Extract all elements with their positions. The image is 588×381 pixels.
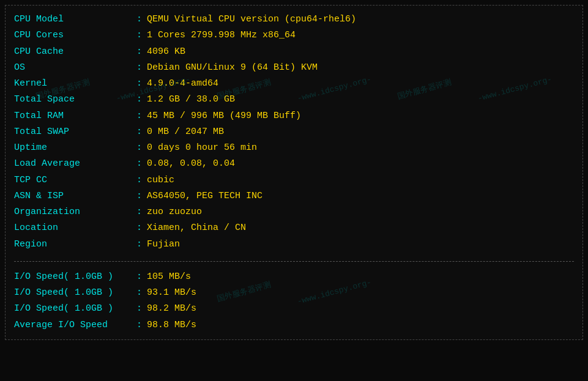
row-label: ASN & ISP (14, 188, 136, 204)
info-row: OS: Debian GNU/Linux 9 (64 Bit) KVM (14, 60, 574, 76)
info-row: Total SWAP: 0 MB / 2047 MB (14, 124, 574, 140)
terminal-container: CPU Model: QEMU Virtual CPU version (cpu… (5, 5, 583, 340)
row-label: Uptime (14, 140, 136, 156)
io-row: I/O Speed( 1.0GB ): 93.1 MB/s (14, 285, 574, 301)
info-row: TCP CC: cubic (14, 172, 574, 188)
row-label: Location (14, 220, 136, 236)
row-colon: : (136, 92, 142, 108)
row-value: Debian GNU/Linux 9 (64 Bit) KVM (147, 60, 318, 76)
row-value: cubic (147, 172, 174, 188)
row-label: Total SWAP (14, 124, 136, 140)
io-row-colon: : (136, 269, 142, 285)
row-colon: : (136, 188, 142, 204)
io-row-label: I/O Speed( 1.0GB ) (14, 269, 136, 285)
io-row-label: I/O Speed( 1.0GB ) (14, 285, 136, 301)
io-row-value: 105 MB/s (147, 269, 191, 285)
row-value: 0 days 0 hour 56 min (147, 140, 257, 156)
info-row: CPU Model: QEMU Virtual CPU version (cpu… (14, 12, 574, 28)
info-row: Load Average: 0.08, 0.08, 0.04 (14, 156, 574, 172)
section-divider (14, 261, 574, 262)
row-value: 4.9.0-4-amd64 (147, 76, 218, 92)
row-colon: : (136, 124, 142, 140)
row-label: OS (14, 60, 136, 76)
row-value: 45 MB / 996 MB (499 MB Buff) (147, 108, 301, 124)
info-row: Total RAM: 45 MB / 996 MB (499 MB Buff) (14, 108, 574, 124)
info-row: CPU Cache: 4096 KB (14, 44, 574, 60)
row-colon: : (136, 60, 142, 76)
row-colon: : (136, 204, 142, 220)
io-row-colon: : (136, 301, 142, 317)
row-label: Region (14, 237, 136, 253)
row-value: 0 MB / 2047 MB (147, 124, 224, 140)
io-row-colon: : (136, 285, 142, 301)
row-label: CPU Cache (14, 44, 136, 60)
row-label: Organization (14, 204, 136, 220)
row-label: CPU Cores (14, 28, 136, 43)
io-row-colon: : (136, 317, 142, 333)
info-row: ASN & ISP: AS64050, PEG TECH INC (14, 188, 574, 204)
row-colon: : (136, 156, 142, 172)
info-row: Organization: zuo zuozuo (14, 204, 574, 220)
row-colon: : (136, 220, 142, 236)
info-section: CPU Model: QEMU Virtual CPU version (cpu… (14, 12, 574, 256)
row-label: TCP CC (14, 172, 136, 188)
row-value: 4096 KB (147, 44, 185, 60)
row-label: Total RAM (14, 108, 136, 124)
row-label: Load Average (14, 156, 136, 172)
row-label: CPU Model (14, 12, 136, 28)
row-colon: : (136, 237, 142, 253)
info-row: Region: Fujian (14, 237, 574, 253)
row-value: Fujian (147, 237, 180, 253)
io-row: Average I/O Speed: 98.8 MB/s (14, 317, 574, 333)
io-row-value: 98.2 MB/s (147, 301, 196, 317)
io-row-label: Average I/O Speed (14, 317, 136, 333)
row-colon: : (136, 172, 142, 188)
row-label: Total Space (14, 92, 136, 108)
info-row: CPU Cores: 1 Cores 2799.998 MHz x86_64 (14, 28, 574, 43)
row-colon: : (136, 140, 142, 156)
row-colon: : (136, 76, 142, 92)
row-value: QEMU Virtual CPU version (cpu64-rhel6) (147, 12, 356, 28)
row-label: Kernel (14, 76, 136, 92)
info-row: Total Space: 1.2 GB / 38.0 GB (14, 92, 574, 108)
io-row-value: 98.8 MB/s (147, 317, 196, 333)
io-row: I/O Speed( 1.0GB ): 105 MB/s (14, 269, 574, 285)
info-row: Location: Xiamen, China / CN (14, 220, 574, 236)
io-row-value: 93.1 MB/s (147, 285, 196, 301)
row-colon: : (136, 108, 142, 124)
io-row-label: I/O Speed( 1.0GB ) (14, 301, 136, 317)
info-row: Uptime: 0 days 0 hour 56 min (14, 140, 574, 156)
row-value: 1.2 GB / 38.0 GB (147, 92, 235, 108)
info-row: Kernel: 4.9.0-4-amd64 (14, 76, 574, 92)
row-value: 1 Cores 2799.998 MHz x86_64 (147, 28, 296, 43)
row-value: AS64050, PEG TECH INC (147, 188, 262, 204)
row-value: 0.08, 0.08, 0.04 (147, 156, 235, 172)
io-row: I/O Speed( 1.0GB ): 98.2 MB/s (14, 301, 574, 317)
io-section: I/O Speed( 1.0GB ): 105 MB/sI/O Speed( 1… (14, 267, 574, 333)
row-colon: : (136, 44, 142, 60)
row-value: Xiamen, China / CN (147, 220, 246, 236)
row-colon: : (136, 28, 142, 43)
row-colon: : (136, 12, 142, 28)
row-value: zuo zuozuo (147, 204, 202, 220)
